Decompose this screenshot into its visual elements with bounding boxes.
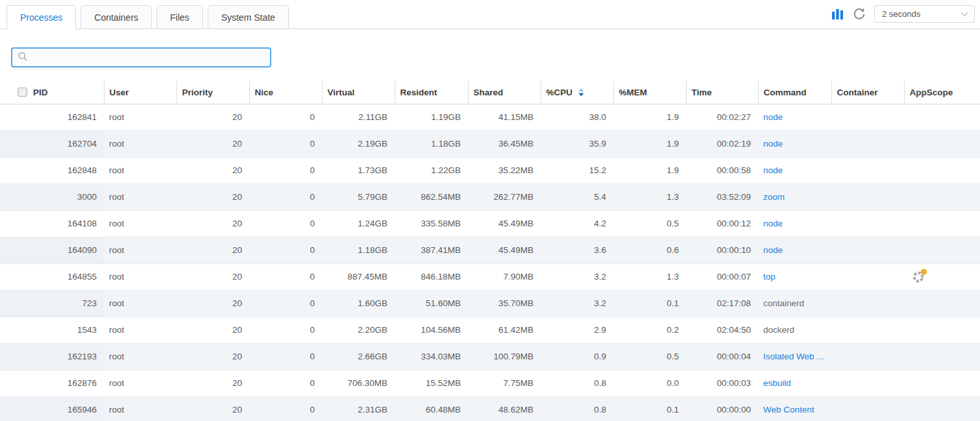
column-header-inner: Shared [474, 88, 541, 97]
table-row[interactable]: 162848root2001.73GB1.22GB35.22MB15.21.90… [0, 157, 980, 184]
cell-resident: 60.48MB [395, 396, 468, 421]
refresh-icon[interactable] [853, 8, 866, 21]
cell-appscope [904, 396, 980, 421]
column-header-virtual[interactable]: Virtual [322, 81, 395, 104]
table-row[interactable]: 165946root2002.31GB60.48MB48.62MB0.80.10… [0, 396, 980, 421]
update-interval-value: 2 seconds [882, 9, 920, 19]
cell-shared: 262.77MB [468, 184, 541, 210]
cell-pid: 162848 [0, 157, 104, 184]
cell-user: root [104, 343, 177, 370]
column-header-nice[interactable]: Nice [249, 81, 322, 104]
cell-nice: 0 [249, 370, 322, 396]
column-header-user[interactable]: User [104, 81, 177, 104]
command-link[interactable]: node [763, 219, 783, 228]
table-row[interactable]: 162841root2002.11GB1.19GB41.15MB38.01.90… [0, 104, 980, 130]
pause-icon[interactable] [832, 9, 844, 19]
update-interval-select[interactable]: 2 seconds [874, 5, 975, 23]
cell-shared: 35.22MB [468, 157, 541, 184]
table-row[interactable]: 164855root200887.45MB846.18MB7.90MB3.21.… [0, 263, 980, 290]
table-row[interactable]: 162704root2002.19GB1.18GB36.45MB35.91.90… [0, 130, 980, 157]
cell-virtual: 5.79GB [322, 184, 395, 210]
cell-resident: 51.60MB [395, 290, 468, 317]
cell-user: root [104, 210, 177, 237]
search-icon [18, 51, 28, 64]
command-link[interactable]: Web Content [763, 405, 815, 415]
cell-resident: 862.54MB [395, 184, 468, 210]
command-link[interactable]: node [763, 165, 783, 175]
command-link[interactable]: node [763, 139, 783, 149]
table-row[interactable]: 3000root2005.79GB862.54MB262.77MB5.41.30… [0, 184, 980, 210]
tab-system-state[interactable]: System State [208, 5, 289, 29]
command-link[interactable]: esbuild [763, 378, 791, 388]
cell-priority: 20 [177, 104, 249, 130]
cell-cpu: 38.0 [541, 104, 613, 130]
table-row[interactable]: 723root2001.60GB51.60MB35.70MB3.20.102:1… [0, 290, 980, 317]
tab-processes[interactable]: Processes [6, 5, 76, 29]
column-header-inner: %CPU [546, 88, 613, 97]
column-header-pct-mem[interactable]: %MEM [613, 81, 686, 104]
command-link[interactable]: zoom [763, 192, 785, 202]
command-link[interactable]: top [763, 272, 776, 282]
cell-command: Isolated Web ... [758, 343, 831, 370]
table-row[interactable]: 164090root2001.18GB387.41MB45.49MB3.60.6… [0, 237, 980, 263]
command-link[interactable]: node [763, 112, 783, 122]
cell-mem: 1.3 [613, 263, 686, 290]
command-link[interactable]: node [763, 245, 783, 255]
table-row[interactable]: 162876root200706.30MB15.52MB7.75MB0.80.0… [0, 370, 980, 396]
column-header-inner: Time [692, 88, 758, 97]
cell-user: root [104, 184, 177, 210]
column-label: Resident [400, 88, 437, 97]
cell-shared: 7.90MB [468, 263, 541, 290]
cell-mem: 1.3 [613, 184, 686, 210]
table-row[interactable]: 1543root2002.20GB104.56MB61.42MB2.90.202… [0, 317, 980, 343]
cell-appscope [904, 290, 980, 317]
column-header-container[interactable]: Container [831, 81, 904, 104]
table-row[interactable]: 164108root2001.24GB335.58MB45.49MB4.20.5… [0, 210, 980, 237]
cell-time: 00:02:27 [686, 104, 758, 130]
cell-container [831, 157, 904, 184]
column-header-priority[interactable]: Priority [177, 81, 249, 104]
column-header-appscope[interactable]: AppScope [904, 81, 980, 104]
cell-pid: 3000 [0, 184, 104, 210]
column-header-time[interactable]: Time [686, 81, 758, 104]
cell-pid: 162841 [0, 104, 104, 130]
cell-user: root [104, 263, 177, 290]
cell-cpu: 3.2 [541, 263, 613, 290]
cell-container [831, 210, 904, 237]
column-header-inner: PID [18, 88, 104, 97]
column-header-command[interactable]: Command [758, 81, 831, 104]
table-row[interactable]: 162193root2002.66GB334.03MB100.79MB0.90.… [0, 343, 980, 370]
cell-resident: 1.22GB [395, 157, 468, 184]
tab-containers[interactable]: Containers [80, 5, 152, 29]
column-header-inner: Virtual [328, 88, 395, 97]
cell-virtual: 1.60GB [322, 290, 395, 317]
cell-time: 03:52:09 [686, 184, 758, 210]
cell-virtual: 2.19GB [322, 130, 395, 157]
cell-cpu: 0.9 [541, 343, 613, 370]
column-header-inner: Container [837, 88, 904, 97]
column-header-pct-cpu[interactable]: %CPU [541, 81, 613, 104]
cell-command: zoom [758, 184, 831, 210]
command-text: dockerd [763, 325, 794, 335]
cell-priority: 20 [177, 184, 249, 210]
search-box[interactable] [11, 47, 271, 67]
columns-icon[interactable] [18, 88, 27, 97]
cell-cpu: 3.6 [541, 237, 613, 263]
cell-time: 02:04:50 [686, 317, 758, 343]
command-link[interactable]: Isolated Web ... [763, 352, 824, 361]
tab-files[interactable]: Files [156, 5, 203, 29]
cell-cpu: 5.4 [541, 184, 613, 210]
column-header-shared[interactable]: Shared [468, 81, 541, 104]
cell-container [831, 317, 904, 343]
appscope-icon [912, 269, 927, 283]
cell-container [831, 343, 904, 370]
cell-nice: 0 [249, 343, 322, 370]
cell-priority: 20 [177, 290, 249, 317]
cell-container [831, 130, 904, 157]
column-header-resident[interactable]: Resident [395, 81, 468, 104]
column-header-pid[interactable]: PID [0, 81, 104, 104]
search-input[interactable] [32, 49, 265, 66]
cell-shared: 35.70MB [468, 290, 541, 317]
cell-resident: 15.52MB [395, 370, 468, 396]
cell-nice: 0 [249, 210, 322, 237]
